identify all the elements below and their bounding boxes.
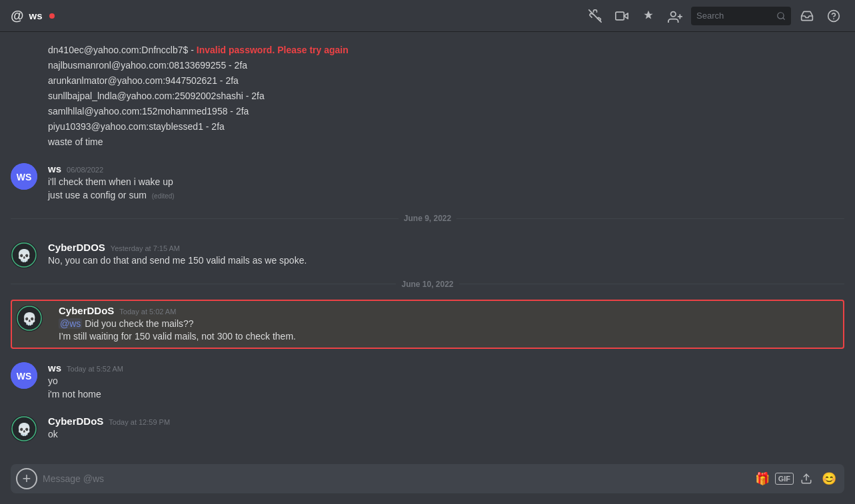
ws-avatar-2: WS <box>11 362 37 389</box>
svg-text:💀: 💀 <box>17 248 32 263</box>
search-bar[interactable]: Search <box>691 7 791 25</box>
pin-icon[interactable] <box>638 5 659 27</box>
edited-tag: (edited) <box>152 192 175 200</box>
message-line: piyu10393@yahoo.com:stayblessed1 - 2fa <box>0 119 855 134</box>
message-content-ws-2a: yo <box>48 375 844 388</box>
svg-point-3 <box>671 11 676 16</box>
message-line: najlbusmanronl@yahoo.com:08133699255 - 2… <box>0 58 855 73</box>
message-content-ws-1a: i'll check them when i wake up <box>48 176 844 189</box>
message-line: arunkanlmator@yahoo.com:9447502621 - 2fa <box>0 73 855 89</box>
message-header-cyber-1: CyberDDOS Yesterday at 7:15 AM <box>48 242 844 253</box>
timestamp-cyber-2: Today at 5:02 AM <box>119 308 176 316</box>
username-cyber-2: CyberDDoS <box>59 305 114 316</box>
timestamp-ws-1: 06/08/2022 <box>67 166 103 174</box>
gift-icon[interactable]: 🎁 <box>752 469 772 489</box>
svg-text:💀: 💀 <box>17 422 32 437</box>
email-line-1: dn410ec@yahoo.com:Dnfncclb7$ - Invalid p… <box>48 45 349 55</box>
message-after-mention: Did you check the mails?? <box>82 318 193 329</box>
message-line: sunllbajpal_lndla@yahoo.com:25092002shas… <box>0 89 855 104</box>
date-june10-text: June 10, 2022 <box>401 280 453 289</box>
svg-text:WS: WS <box>17 172 32 182</box>
message-content-cyber-2b: I'm still waiting for 150 valid mails, n… <box>59 330 834 344</box>
inbox-icon[interactable] <box>796 5 818 27</box>
message-content-ws-1b: just use a config or sum (edited) <box>48 189 844 202</box>
channel-at-icon: @ <box>11 8 24 23</box>
emoji-icon[interactable]: 😊 <box>819 469 839 489</box>
timestamp-cyber-3: Today at 12:59 PM <box>109 418 170 426</box>
invalid-pw-text: Invalid password. Please try again <box>197 45 349 55</box>
help-icon[interactable] <box>823 5 844 27</box>
upload-icon[interactable] <box>796 469 816 489</box>
channel-name: ws <box>29 10 43 21</box>
ws-avatar: WS <box>11 163 37 190</box>
message-header-cyber-2: CyberDDoS Today at 5:02 AM <box>59 305 834 316</box>
date-june9-text: June 9, 2022 <box>404 214 451 223</box>
online-status-dot <box>49 13 55 19</box>
input-container: + 🎁 GIF 😊 <box>11 464 844 493</box>
video-icon[interactable] <box>611 5 632 27</box>
cyber-avatar-2: 💀 <box>16 305 43 332</box>
topbar-right: Search <box>584 5 844 27</box>
svg-text:💀: 💀 <box>22 312 37 326</box>
timestamp-ws-2: Today at 5:52 AM <box>67 365 123 373</box>
topbar: @ ws Search <box>0 0 855 32</box>
username-ws: ws <box>48 163 61 174</box>
input-icons: 🎁 GIF 😊 <box>752 469 839 489</box>
message-group-ws-2: WS ws Today at 5:52 AM yo i'm not home <box>0 360 855 402</box>
message-content-cyber-3: ok <box>48 428 844 441</box>
username-ws-2: ws <box>48 362 61 374</box>
message-header-ws-2: ws Today at 5:52 AM <box>48 362 844 374</box>
phone-icon[interactable] <box>584 5 606 27</box>
message-content-cyber-1: No, you can do that and send me 150 vali… <box>48 254 844 268</box>
message-input[interactable] <box>37 473 752 484</box>
topbar-left: @ ws <box>11 8 55 23</box>
message-group-cyber-1: 💀 CyberDDOS Yesterday at 7:15 AM No, you… <box>0 239 855 269</box>
message-line: dn410ec@yahoo.com:Dnfncclb7$ - Invalid p… <box>0 43 855 58</box>
date-divider-june9: June 9, 2022 <box>0 208 855 228</box>
messages-area: dn410ec@yahoo.com:Dnfncclb7$ - Invalid p… <box>0 32 855 464</box>
search-placeholder-text: Search <box>696 11 724 21</box>
svg-rect-2 <box>616 12 624 20</box>
cyber-avatar-3: 💀 <box>11 415 37 442</box>
timestamp-cyber-1: Yesterday at 7:15 AM <box>111 244 180 252</box>
message-line: waste of time <box>0 134 855 150</box>
message-line: samlhllal@yahoo.com:152mohammed1958 - 2f… <box>0 104 855 119</box>
mention-ws: @ws <box>59 318 82 329</box>
username-cyber-3: CyberDDoS <box>48 415 103 427</box>
gif-button[interactable]: GIF <box>775 473 794 485</box>
input-bar: + 🎁 GIF 😊 <box>0 464 855 504</box>
message-header-cyber-3: CyberDDoS Today at 12:59 PM <box>48 415 844 427</box>
add-member-icon[interactable] <box>664 5 686 27</box>
svg-line-7 <box>783 17 785 19</box>
svg-text:WS: WS <box>17 371 32 381</box>
cyber-avatar-1: 💀 <box>11 242 37 268</box>
message-group-cyber-3: 💀 CyberDDoS Today at 12:59 PM ok <box>0 413 855 443</box>
message-group-ws-1: WS ws 06/08/2022 i'll check them when i … <box>0 160 855 203</box>
message-header-ws-1: ws 06/08/2022 <box>48 163 844 174</box>
message-content-ws-2b: i'm not home <box>48 388 844 401</box>
highlighted-message-cyber-2: 💀 CyberDDoS Today at 5:02 AM @ws Did you… <box>11 300 844 349</box>
date-divider-june10: June 10, 2022 <box>0 274 855 294</box>
svg-marker-1 <box>624 13 628 18</box>
username-cyber-1: CyberDDOS <box>48 242 105 253</box>
add-attachment-button[interactable]: + <box>16 468 37 489</box>
message-content-cyber-2a: @ws Did you check the mails?? <box>59 318 834 331</box>
